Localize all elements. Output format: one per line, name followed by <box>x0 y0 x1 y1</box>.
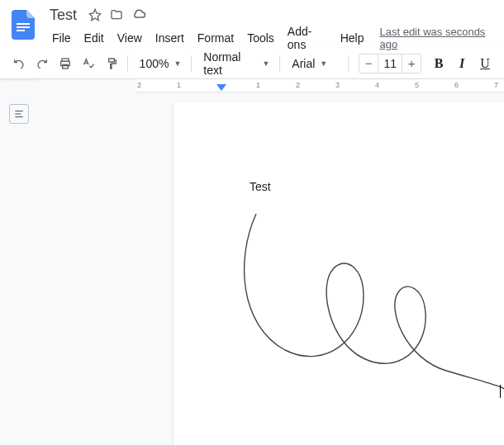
font-size-decrease-button[interactable]: − <box>359 54 378 73</box>
svg-rect-1 <box>17 26 30 28</box>
paragraph-style-value: Normal text <box>203 50 257 77</box>
font-family-value: Arial <box>292 57 315 70</box>
menu-edit[interactable]: Edit <box>78 29 110 47</box>
svg-rect-2 <box>17 30 25 31</box>
toolbar-separator <box>191 55 192 72</box>
drawing-scribble[interactable] <box>240 210 504 408</box>
font-family-select[interactable]: Arial▼ <box>285 53 343 74</box>
menu-file[interactable]: File <box>46 29 77 47</box>
docs-logo-icon[interactable] <box>8 5 38 45</box>
ruler-tick: 3 <box>335 81 340 89</box>
toolbar: 100%▼ Normal text▼ Arial▼ − + B I U <box>0 48 504 79</box>
ruler-tick: 5 <box>415 81 419 89</box>
bold-button[interactable]: B <box>428 52 449 75</box>
ruler-tick: 4 <box>375 81 379 89</box>
document-outline-button[interactable] <box>9 104 29 124</box>
last-edit-link[interactable]: Last edit was seconds ago <box>379 26 496 50</box>
zoom-value: 100% <box>140 57 169 70</box>
document-page[interactable]: Test <box>174 102 504 445</box>
font-size-group: − + <box>359 54 421 73</box>
cloud-status-icon[interactable] <box>131 7 146 22</box>
menu-view[interactable]: View <box>112 29 148 47</box>
document-title[interactable]: Test <box>46 6 80 25</box>
ruler-indent-marker[interactable] <box>216 84 226 92</box>
spellcheck-button[interactable] <box>78 52 99 75</box>
menubar: File Edit View Insert Format Tools Add-o… <box>46 28 496 48</box>
menu-addons[interactable]: Add-ons <box>282 22 333 54</box>
redo-button[interactable] <box>31 52 53 75</box>
print-button[interactable] <box>55 52 76 75</box>
ruler-tick: 6 <box>454 81 459 89</box>
text-cursor <box>500 385 501 398</box>
star-icon[interactable] <box>88 8 102 21</box>
document-body-text[interactable]: Test <box>250 180 271 193</box>
menu-format[interactable]: Format <box>192 29 240 47</box>
ruler-tick: 2 <box>296 81 300 89</box>
ruler-tick: 1 <box>177 81 181 89</box>
menu-insert[interactable]: Insert <box>150 29 190 47</box>
move-to-folder-icon[interactable] <box>110 8 123 21</box>
ruler-tick: 2 <box>137 81 141 89</box>
toolbar-separator <box>279 55 280 72</box>
ruler-tick: 1 <box>256 81 260 89</box>
chevron-down-icon: ▼ <box>174 59 181 68</box>
paint-format-button[interactable] <box>101 52 122 75</box>
zoom-select[interactable]: 100%▼ <box>133 53 187 74</box>
font-size-increase-button[interactable]: + <box>402 54 421 73</box>
menu-help[interactable]: Help <box>335 29 370 47</box>
undo-button[interactable] <box>8 52 30 75</box>
font-size-input[interactable] <box>378 54 402 73</box>
svg-rect-0 <box>17 23 30 25</box>
ruler-tick: 7 <box>494 81 498 89</box>
underline-button[interactable]: U <box>474 52 496 75</box>
toolbar-separator <box>348 55 349 72</box>
menu-tools[interactable]: Tools <box>241 29 280 47</box>
paragraph-style-select[interactable]: Normal text▼ <box>197 53 274 74</box>
italic-button[interactable]: I <box>451 52 473 75</box>
toolbar-separator <box>127 55 128 72</box>
horizontal-ruler[interactable]: 21123456789 <box>136 79 504 92</box>
chevron-down-icon: ▼ <box>320 59 327 68</box>
chevron-down-icon: ▼ <box>262 59 269 68</box>
